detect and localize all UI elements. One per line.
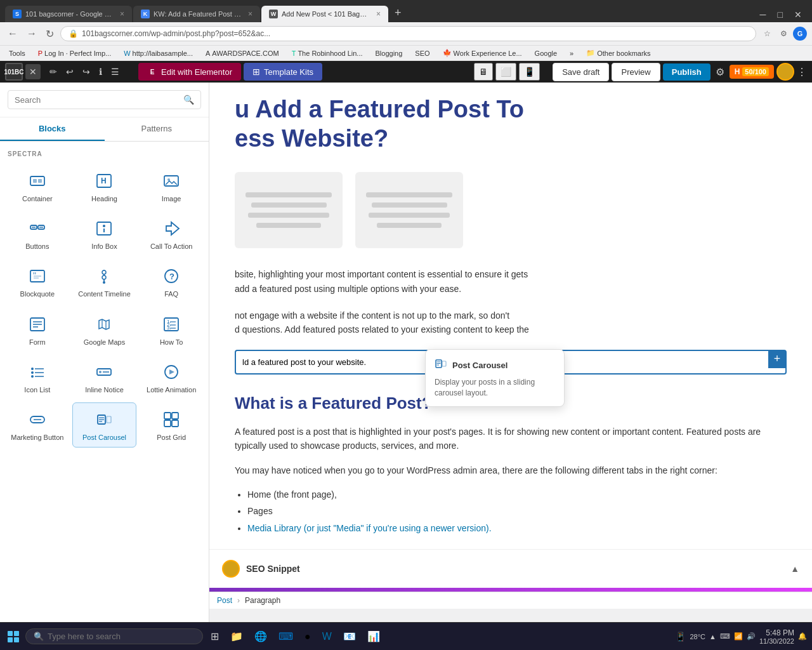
taskbar-search-box[interactable]: 🔍	[25, 628, 203, 644]
tab-close-1[interactable]: ×	[120, 10, 124, 18]
block-item-cta[interactable]: Call To Action	[139, 211, 204, 256]
browser-tab-1[interactable]: S 101 bagscorner - Google Sheets ×	[5, 6, 132, 22]
device-toggle-icons: 🖥 ⬜ 📱	[474, 63, 540, 81]
seo-snippet-left: SEO Snippet	[222, 560, 300, 578]
user-avatar[interactable]	[776, 63, 794, 81]
bookmark-google[interactable]: Google	[531, 48, 561, 58]
block-item-mktbtn[interactable]: Marketing Button	[5, 402, 70, 448]
window-minimize[interactable]: ─	[755, 7, 771, 22]
block-item-image[interactable]: Image	[139, 164, 204, 209]
desktop-icon[interactable]: 🖥	[474, 63, 493, 81]
redo-icon-btn[interactable]: ↪	[79, 64, 94, 79]
faq-icon: ?	[161, 266, 181, 286]
elementor-icon: E	[147, 67, 157, 77]
taskbar-notification-icon[interactable]: 🔔	[798, 632, 807, 640]
bookmark-awardspace[interactable]: A AWARDSPACE.COM	[202, 48, 283, 58]
menu-icon-btn[interactable]: ☰	[107, 64, 123, 79]
block-item-iconlist[interactable]: Icon List	[5, 355, 70, 400]
back-button[interactable]: ←	[5, 27, 20, 41]
bookmark-robinhood[interactable]: T The Robinhood Lin...	[288, 48, 367, 58]
list-item-2: Pages	[247, 504, 787, 518]
bookmark-more[interactable]: »	[566, 48, 577, 58]
block-item-blockquote[interactable]: " Blockquote	[5, 259, 70, 304]
tab-close-3[interactable]: ×	[376, 10, 381, 18]
browser-tab-2[interactable]: K KW: Add a Featured Post - Goog... ×	[133, 6, 260, 22]
profile-icon[interactable]: G	[793, 27, 807, 41]
bookmark-wp[interactable]: W http://laibasample...	[120, 48, 197, 58]
undo-icon-btn[interactable]: ↩	[62, 64, 77, 79]
bookmark-star-icon[interactable]: ☆	[760, 27, 774, 41]
address-bar[interactable]: 🔒 101bagscorner.com/wp-admin/post.php?po…	[60, 26, 756, 41]
hreflang-badge[interactable]: H 50/100	[730, 65, 774, 79]
block-item-form[interactable]: Form	[5, 307, 70, 352]
taskbar-wp[interactable]: W	[318, 628, 336, 645]
block-item-notice[interactable]: Inline Notice	[72, 355, 137, 400]
extensions-icon[interactable]: ⚙	[776, 27, 790, 41]
block-item-info-box[interactable]: Info Box	[72, 211, 137, 256]
add-block-button[interactable]: +	[768, 350, 786, 368]
breadcrumb-paragraph: Paragraph	[245, 596, 280, 605]
block-item-lottie[interactable]: Lottie Animation	[139, 355, 204, 400]
taskbar-task-view[interactable]: ⊞	[207, 628, 223, 645]
info-icon-btn[interactable]: ℹ	[95, 64, 106, 79]
bookmark-perfect[interactable]: P Log In · Perfect Imp...	[34, 48, 115, 58]
preview-button[interactable]: Preview	[612, 63, 660, 81]
block-item-post-grid[interactable]: Post Grid	[139, 402, 204, 448]
body-para-3: not engage with a website if the content…	[235, 308, 787, 322]
pencil-icon-btn[interactable]: ✏	[46, 64, 61, 79]
bookmark-seo[interactable]: SEO	[411, 48, 433, 58]
browser-tab-3[interactable]: W Add New Post < 101 Bags Corne... ×	[261, 6, 388, 22]
taskbar-chrome[interactable]: ●	[301, 628, 315, 645]
edit-with-elementor-button[interactable]: E Edit with Elementor	[138, 63, 241, 81]
block-item-heading[interactable]: H Heading	[72, 164, 137, 209]
search-input[interactable]	[15, 95, 178, 105]
breadcrumb-post[interactable]: Post	[217, 596, 232, 605]
forward-button[interactable]: →	[24, 27, 39, 41]
template-kits-button[interactable]: ⊞ Template Kits	[244, 63, 322, 81]
taskbar-vscode[interactable]: ⌨	[275, 628, 297, 645]
tablet-icon[interactable]: ⬜	[495, 63, 516, 81]
taskbar-edge[interactable]: 🌐	[251, 628, 271, 645]
tooltip-header: Post Carousel	[435, 357, 555, 373]
bookmark-blogging[interactable]: Blogging	[372, 48, 407, 58]
search-box[interactable]: 🔍	[8, 90, 201, 109]
bookmark-other[interactable]: 📁Other bookmarks	[582, 48, 654, 58]
bookmark-workexp[interactable]: 🍁 Work Experience Le...	[439, 48, 526, 58]
browser-nav: ← → ↻ 🔒 101bagscorner.com/wp-admin/post.…	[0, 22, 812, 46]
tab-patterns[interactable]: Patterns	[105, 117, 209, 141]
site-logo[interactable]: 101BC	[5, 63, 23, 81]
block-item-buttons[interactable]: Buttons	[5, 211, 70, 256]
tab-blocks[interactable]: Blocks	[0, 117, 105, 141]
start-button[interactable]	[5, 628, 22, 645]
taskbar-temperature: 28°C	[690, 633, 705, 640]
block-item-container[interactable]: Container	[5, 164, 70, 209]
window-close[interactable]: ✕	[789, 7, 807, 22]
block-item-timeline[interactable]: Content Timeline	[72, 259, 137, 304]
tab-close-2[interactable]: ×	[248, 10, 252, 18]
seo-collapse-arrow[interactable]: ▲	[790, 564, 799, 574]
taskbar-search-input[interactable]	[48, 632, 174, 641]
bookmark-tools[interactable]: Tools	[5, 48, 29, 58]
taskbar-file-explorer[interactable]: 📁	[226, 628, 247, 645]
publish-button[interactable]: Publish	[663, 63, 710, 81]
block-item-howto[interactable]: 1. 2. 3. How To	[139, 307, 204, 352]
close-panel-button[interactable]: ✕	[25, 64, 41, 79]
block-item-post-carousel[interactable]: Post Carousel	[72, 402, 137, 448]
mobile-icon[interactable]: 📱	[519, 63, 540, 81]
settings-gear-button[interactable]: ⚙	[713, 63, 727, 81]
taskbar-up-arrow[interactable]: ▲	[709, 633, 716, 640]
block-item-maps[interactable]: Google Maps	[72, 307, 137, 352]
taskbar-whatsapp-icon[interactable]: 📱	[675, 632, 686, 642]
buttons-label: Buttons	[25, 242, 49, 251]
media-library-link[interactable]: Media Library (or just "Media" if you're…	[247, 523, 492, 533]
new-tab-button[interactable]: +	[390, 4, 407, 22]
taskbar-app8[interactable]: 📊	[363, 628, 384, 645]
seo-label: SEO	[415, 50, 429, 57]
window-maximize[interactable]: □	[773, 7, 788, 22]
taskbar-app7[interactable]: 📧	[339, 628, 360, 645]
refresh-button[interactable]: ↻	[43, 27, 56, 41]
block-item-faq[interactable]: ? FAQ	[139, 259, 204, 304]
more-options-button[interactable]: ⋮	[797, 66, 807, 78]
save-draft-button[interactable]: Save draft	[553, 63, 609, 81]
search-icon[interactable]: 🔍	[183, 95, 194, 105]
